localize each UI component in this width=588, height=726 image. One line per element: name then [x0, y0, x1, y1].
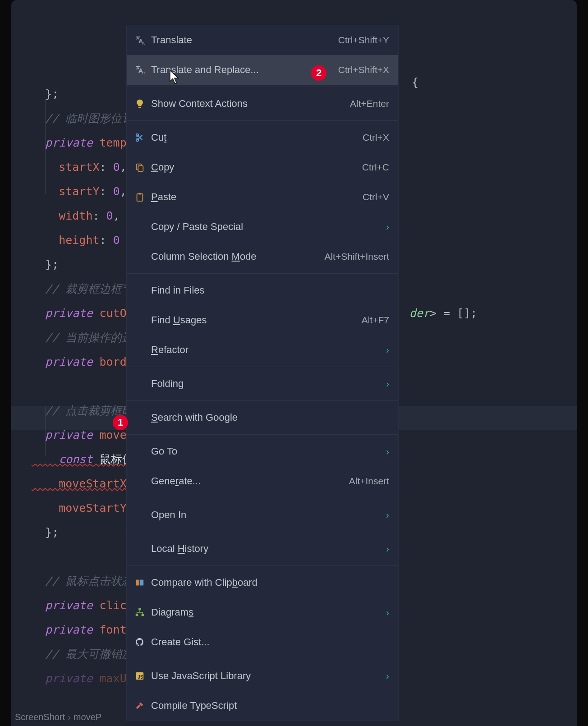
- submenu-arrow-icon: ›: [386, 379, 389, 389]
- property: height: [32, 234, 100, 247]
- diagram-icon: [133, 606, 147, 619]
- empty-icon: [133, 343, 147, 357]
- keyword-private: private: [32, 672, 92, 685]
- submenu-arrow-icon: ›: [386, 345, 389, 355]
- menu-separator: [127, 120, 398, 121]
- menu-js-library[interactable]: JS Use JavaScript Library ›: [127, 661, 398, 691]
- submenu-arrow-icon: ›: [386, 222, 389, 232]
- svg-rect-8: [136, 580, 139, 586]
- js-icon: JS: [133, 669, 147, 683]
- menu-goto[interactable]: Go To ›: [127, 437, 398, 466]
- menu-separator: [127, 565, 398, 566]
- empty-icon: [133, 508, 147, 522]
- menu-label: Open In: [151, 509, 381, 521]
- menu-translate[interactable]: A Translate Ctrl+Shift+Y: [127, 25, 398, 55]
- context-menu[interactable]: A Translate Ctrl+Shift+Y R Translate and…: [126, 25, 399, 721]
- menu-separator: [127, 367, 398, 367]
- menu-label: Search with Google: [151, 412, 389, 423]
- menu-label: Use JavaScript Library: [151, 670, 381, 682]
- submenu-arrow-icon: ›: [386, 446, 389, 457]
- menu-shortcut: Alt+Shift+Insert: [324, 251, 389, 262]
- svg-text:JS: JS: [138, 675, 143, 680]
- menu-find-usages[interactable]: Find Usages Alt+F7: [127, 305, 398, 335]
- menu-separator: [127, 400, 398, 401]
- menu-label: Paste: [151, 191, 357, 203]
- scissors-icon: [133, 131, 147, 144]
- menu-label: Translate: [151, 34, 333, 46]
- menu-find-in-files[interactable]: Find in Files: [127, 276, 398, 305]
- menu-label: Copy / Paste Special: [151, 221, 381, 233]
- menu-label: Find in Files: [151, 285, 389, 296]
- code-line: };: [32, 526, 59, 539]
- svg-rect-11: [136, 614, 138, 616]
- menu-label: Generate...: [151, 475, 344, 487]
- keyword-private: private: [32, 307, 92, 320]
- menu-folding[interactable]: Folding ›: [127, 369, 398, 399]
- property: width: [32, 209, 92, 222]
- keyword-private: private: [32, 623, 92, 636]
- annotation-badge-2: 2: [311, 65, 326, 81]
- menu-label: Compile TypeScript: [151, 700, 389, 712]
- menu-shortcut: Alt+Enter: [350, 98, 389, 109]
- menu-separator: [127, 659, 398, 659]
- svg-text:A: A: [142, 41, 145, 46]
- menu-separator: [127, 434, 398, 435]
- menu-context-actions[interactable]: Show Context Actions Alt+Enter: [127, 89, 398, 119]
- breadcrumbs[interactable]: ScreenShort › moveP: [11, 708, 105, 726]
- menu-compare-clipboard[interactable]: Compare with Clipboard: [127, 568, 398, 597]
- code-comment: // 临时图形位置: [32, 112, 133, 125]
- menu-refactor[interactable]: Refactor ›: [127, 335, 398, 365]
- menu-label: Cut: [151, 132, 357, 143]
- menu-cut[interactable]: Cut Ctrl+X: [127, 123, 398, 152]
- menu-label: Compare with Clipboard: [151, 577, 389, 588]
- code-comment: // 鼠标点击状态: [32, 574, 133, 588]
- empty-icon: [133, 250, 147, 263]
- github-icon: [133, 635, 147, 649]
- keyword-private: private: [32, 355, 92, 368]
- empty-icon: [133, 542, 147, 556]
- property: startX: [32, 161, 100, 174]
- menu-compile-typescript[interactable]: Compile TypeScript: [127, 691, 398, 721]
- translate-icon: A: [133, 33, 147, 47]
- breadcrumb-member[interactable]: moveP: [74, 712, 101, 722]
- svg-rect-6: [137, 194, 143, 202]
- property: moveStartX: [32, 477, 127, 490]
- menu-shortcut: Alt+Insert: [349, 476, 389, 487]
- menu-copy[interactable]: Copy Ctrl+C: [127, 152, 398, 182]
- menu-label: Diagrams: [151, 607, 381, 618]
- menu-shortcut: Ctrl+X: [363, 132, 389, 143]
- menu-open-in[interactable]: Open In ›: [127, 500, 398, 530]
- menu-label: Copy: [151, 161, 357, 173]
- menu-translate-replace[interactable]: R Translate and Replace... Ctrl+Shift+X: [127, 55, 398, 85]
- menu-column-selection[interactable]: Column Selection Mode Alt+Shift+Insert: [127, 242, 398, 271]
- menu-label: Create Gist...: [151, 636, 389, 648]
- hammer-icon: [133, 699, 147, 712]
- submenu-arrow-icon: ›: [386, 607, 389, 618]
- empty-icon: [133, 313, 147, 327]
- svg-rect-9: [140, 580, 143, 586]
- empty-icon: [133, 474, 147, 488]
- svg-rect-7: [138, 193, 141, 195]
- menu-shortcut: Ctrl+C: [362, 162, 389, 173]
- empty-icon: [133, 284, 147, 297]
- menu-shortcut: Alt+F7: [362, 315, 389, 326]
- empty-icon: [133, 411, 147, 424]
- empty-icon: [133, 220, 147, 234]
- translate-replace-icon: R: [133, 63, 147, 77]
- menu-shortcut: Ctrl+Shift+Y: [338, 35, 389, 46]
- empty-icon: [133, 377, 147, 391]
- menu-label: Local History: [151, 543, 381, 555]
- copy-icon: [133, 161, 147, 174]
- breadcrumb-class[interactable]: ScreenShort: [15, 712, 65, 722]
- bulb-icon: [133, 97, 147, 110]
- menu-generate[interactable]: Generate... Alt+Insert: [127, 466, 398, 496]
- menu-diagrams[interactable]: Diagrams ›: [127, 597, 398, 627]
- menu-create-gist[interactable]: Create Gist...: [127, 627, 398, 657]
- menu-paste[interactable]: Paste Ctrl+V: [127, 182, 398, 212]
- menu-copy-paste-special[interactable]: Copy / Paste Special ›: [127, 212, 398, 242]
- menu-shortcut: Ctrl+Shift+X: [338, 64, 389, 75]
- menu-search-google[interactable]: Search with Google: [127, 403, 398, 432]
- property: moveStartY: [32, 501, 127, 515]
- menu-label: Column Selection Mode: [151, 251, 319, 262]
- menu-local-history[interactable]: Local History ›: [127, 534, 398, 564]
